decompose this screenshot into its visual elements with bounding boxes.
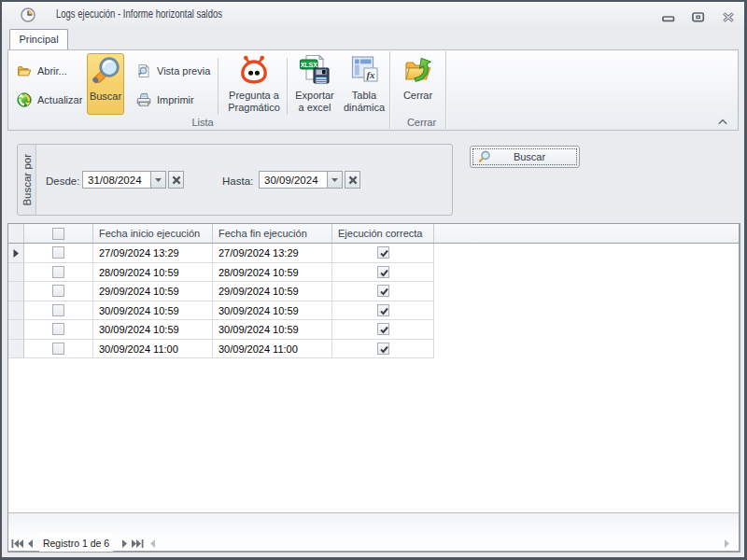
ejecucion-correcta-checkbox[interactable] [377,304,389,316]
row-select-cell [24,320,93,340]
imprimir-label: Imprimir [157,94,194,105]
pregunta-button[interactable]: Pregunta a Pragmático [221,53,287,115]
desde-clear-button[interactable] [168,171,184,189]
abrir-label: Abrir... [37,65,67,77]
nav-prev-button[interactable] [27,539,34,548]
header-filler-cell [434,224,734,243]
row-select-checkbox[interactable] [52,343,64,355]
hasta-label: Hasta: [222,175,253,187]
tab-principal[interactable]: Principal [9,29,68,49]
hasta-dropdown-button[interactable] [327,172,342,188]
svg-text:fx: fx [366,69,375,80]
cell-fecha-inicio: 28/09/2024 10:59 [93,263,213,283]
ejecucion-correcta-checkbox[interactable] [377,285,389,297]
scroll-right-button[interactable] [724,539,730,548]
row-select-cell [24,301,93,321]
nav-next-button[interactable] [121,539,128,548]
excel-export-icon: XLSX [300,55,330,85]
tabla-button[interactable]: fx Tabla dinámica [340,53,388,115]
hasta-date-input[interactable]: 30/09/2024 [259,171,343,189]
minimize-button[interactable] [662,16,675,22]
svg-text:XLSX: XLSX [301,62,318,68]
row-select-checkbox[interactable] [52,285,64,297]
buscar-filter-label: Buscar [480,151,579,162]
record-count-text: Registro 1 de 6 [39,533,113,552]
group-caption-lista: Lista [16,117,389,128]
cell-fecha-fin: 29/09/2024 10:59 [213,282,332,301]
actualizar-button[interactable]: Actualizar [14,90,82,110]
table-row[interactable]: 30/09/2024 11:0030/09/2024 11:00 [8,340,739,359]
desde-value: 31/08/2024 [83,172,150,188]
pregunta-label: Pregunta a Pragmático [228,90,280,114]
table-row[interactable]: 29/09/2024 10:5929/09/2024 10:59 [8,282,739,301]
app-window: Logs ejecución - Informe horizontal sald… [0,0,747,560]
ribbon-collapse-chevron[interactable] [716,117,729,127]
vista-previa-button[interactable]: Vista previa [134,61,210,81]
row-select-cell [24,340,93,359]
table-row[interactable]: 27/09/2024 13:2927/09/2024 13:29 [8,244,739,263]
row-select-checkbox[interactable] [52,304,64,316]
row-indicator-cell [8,340,24,359]
column-header[interactable]: Fecha inicio ejecución [93,224,213,243]
row-indicator-cell [8,301,24,321]
row-filler-cell [434,301,734,321]
column-header[interactable]: Fecha fin ejecución [213,224,332,243]
ejecucion-correcta-checkbox[interactable] [377,323,389,335]
cell-fecha-fin: 28/09/2024 10:59 [213,263,332,283]
ejecucion-correcta-checkbox[interactable] [377,266,389,278]
nav-first-button[interactable] [11,539,23,548]
printer-icon [136,92,151,107]
imprimir-button[interactable]: Imprimir [134,90,210,110]
desde-dropdown-button[interactable] [150,172,165,188]
ejecucion-correcta-checkbox[interactable] [377,343,389,355]
buscar-ribbon-label: Buscar [90,91,121,103]
actualizar-label: Actualizar [37,94,82,105]
grid-body: 27/09/2024 13:2927/09/2024 13:2928/09/20… [8,244,739,358]
cell-ejecucion-correcta [332,282,434,301]
row-indicator-cell [8,320,24,340]
cell-fecha-fin: 27/09/2024 13:29 [213,244,332,263]
ejecucion-correcta-checkbox[interactable] [377,246,389,259]
small-button-column-1: Abrir... [14,61,82,119]
header-indicator-cell [8,224,24,243]
table-row[interactable]: 30/09/2024 10:5930/09/2024 10:59 [8,320,739,340]
buscar-ribbon-button[interactable]: Buscar [87,53,124,115]
title-bar[interactable]: Logs ejecución - Informe horizontal sald… [2,2,744,28]
row-filler-cell [434,244,734,263]
table-row[interactable]: 28/09/2024 10:5928/09/2024 10:59 [8,263,739,283]
hasta-clear-button[interactable] [345,171,360,189]
exportar-button[interactable]: XLSX Exportar a excel [290,53,339,115]
item-separator-2 [287,58,288,115]
vista-previa-label: Vista previa [157,65,210,77]
abrir-button[interactable]: Abrir... [14,61,82,81]
cell-ejecucion-correcta [332,301,434,321]
nav-last-button[interactable] [132,539,144,548]
maximize-button[interactable] [692,12,705,22]
row-select-checkbox[interactable] [52,323,64,335]
cell-fecha-inicio: 30/09/2024 10:59 [93,320,213,340]
row-indicator-cell [8,263,24,283]
close-button[interactable] [722,12,735,22]
row-filler-cell [434,320,734,340]
print-preview-icon [136,63,151,78]
group-caption-cerrar: Cerrar [398,117,445,128]
table-row[interactable]: 30/09/2024 10:5930/09/2024 10:59 [8,301,739,321]
desde-date-input[interactable]: 31/08/2024 [82,171,166,189]
select-all-checkbox[interactable] [52,228,64,240]
close-folder-icon [403,55,433,85]
pivot-table-icon: fx [349,55,379,85]
ribbon: Abrir... [7,49,739,131]
small-button-column-2: Vista previa Imprim [134,61,210,119]
cell-ejecucion-correcta [332,320,434,340]
header-checkbox-cell[interactable] [24,224,93,243]
tabla-label: Tabla dinámica [344,90,385,114]
row-select-checkbox[interactable] [52,266,64,278]
column-header[interactable]: Ejecución correcta [332,224,434,243]
row-select-checkbox[interactable] [52,246,64,259]
buscar-filter-button[interactable]: Buscar [470,146,580,168]
ribbon-group-cerrar: Cerrar Cerrar [390,50,445,130]
ribbon-group-lista: Abrir... [8,50,389,130]
grid-footer: Registro 1 de 6 [8,512,739,551]
scroll-left-button[interactable] [149,539,156,548]
cerrar-button[interactable]: Cerrar [392,53,444,115]
